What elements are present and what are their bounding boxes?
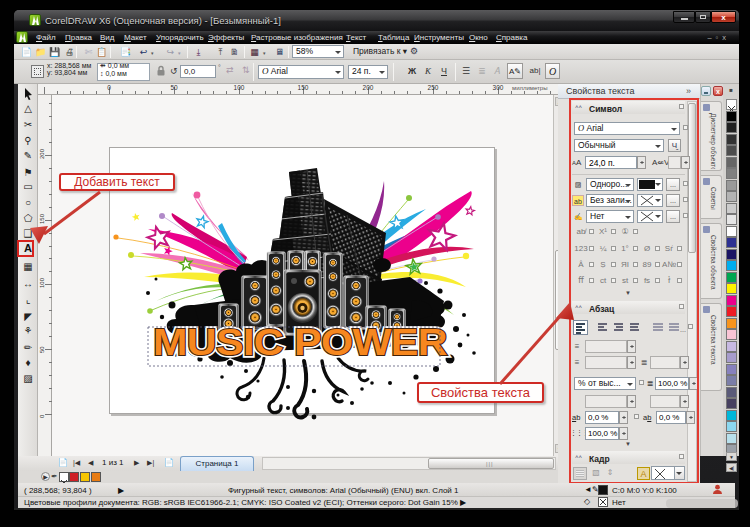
svg-text:MUSIC POWER: MUSIC POWER	[153, 322, 447, 362]
